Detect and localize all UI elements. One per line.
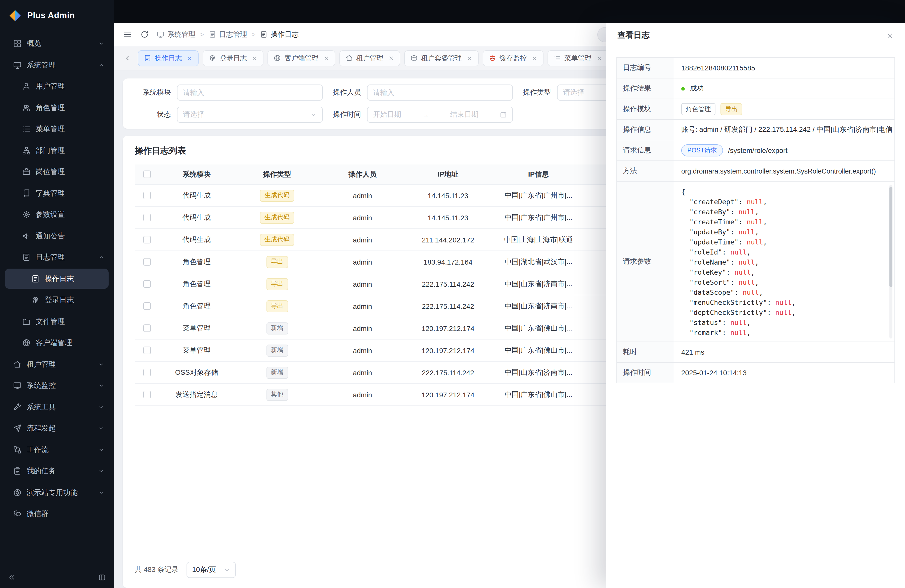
tab[interactable]: 客户端管理 <box>267 50 335 66</box>
sidebar-item[interactable]: 用户管理 <box>5 76 109 96</box>
tab-close-icon[interactable] <box>388 55 394 61</box>
log-icon <box>22 253 31 262</box>
sidebar-item[interactable]: 字典管理 <box>5 183 109 203</box>
row-checkbox[interactable] <box>143 324 151 332</box>
refresh-button[interactable] <box>140 30 149 39</box>
row-checkbox-cell <box>135 346 159 354</box>
tab-close-icon[interactable] <box>466 55 472 61</box>
tab-close-icon[interactable] <box>596 55 602 61</box>
table-cell: OSS对象存储 <box>159 368 234 377</box>
row-checkbox[interactable] <box>143 391 151 398</box>
tab-label: 租户套餐管理 <box>421 54 462 63</box>
filter-input[interactable] <box>177 84 323 100</box>
breadcrumb-item[interactable]: 操作日志 <box>260 30 298 39</box>
sidebar-item[interactable]: 岗位管理 <box>5 162 109 182</box>
sidebar-item[interactable]: 概览 <box>5 33 109 54</box>
column-header: IP信息 <box>491 170 586 179</box>
sidebar-item[interactable]: 菜单管理 <box>5 119 109 139</box>
sidebar-item[interactable]: 流程发起 <box>5 418 109 439</box>
breadcrumb-label: 系统管理 <box>167 30 195 39</box>
sidebar-item[interactable]: 系统管理 <box>5 55 109 75</box>
chevron-down-icon <box>98 40 105 47</box>
breadcrumb-separator: > <box>200 31 204 38</box>
sidebar-item[interactable]: 部门管理 <box>5 140 109 161</box>
filter-select[interactable]: 请选择 <box>177 106 323 123</box>
breadcrumb-item[interactable]: 日志管理 <box>208 30 247 39</box>
filter-input-field[interactable] <box>373 89 507 97</box>
sidebar-item[interactable]: 租户管理 <box>5 354 109 374</box>
sidebar-pin-layout-icon[interactable] <box>98 573 106 581</box>
row-checkbox[interactable] <box>143 258 151 265</box>
select-all-checkbox[interactable] <box>143 170 151 178</box>
tab[interactable]: 菜单管理 <box>547 50 608 66</box>
tabs-scroll-left-button[interactable] <box>121 52 134 65</box>
operation-type-tag: 其他 <box>266 389 288 400</box>
tab-close-icon[interactable] <box>531 55 537 61</box>
detail-label: 请求参数 <box>617 181 674 342</box>
sidebar-item[interactable]: 演示站专用功能 <box>5 482 109 502</box>
table-cell: 中国|广东省|广州市|... <box>491 213 586 222</box>
page-size-select[interactable]: 10条/页 <box>187 562 236 578</box>
row-checkbox[interactable] <box>143 280 151 288</box>
detail-row: 耗时421 ms <box>617 342 894 363</box>
sidebar-item[interactable]: 工作流 <box>5 440 109 460</box>
sidebar-item[interactable]: 文件管理 <box>5 311 109 332</box>
sidebar-item-label: 字典管理 <box>36 188 65 198</box>
tab[interactable]: 租户套餐管理 <box>404 50 478 66</box>
filter-input-field[interactable] <box>183 89 317 97</box>
sidebar-item[interactable]: 登录日志 <box>5 290 109 310</box>
chevron-down-icon <box>98 447 105 453</box>
table-cell: admin <box>320 391 405 399</box>
row-checkbox[interactable] <box>143 192 151 199</box>
table-cell: 中国|山东省|济南市|... <box>491 368 586 377</box>
code-scrollbar-thumb[interactable] <box>889 187 892 287</box>
tab[interactable]: 登录日志 <box>203 50 264 66</box>
sidebar-item[interactable]: 日志管理 <box>5 247 109 267</box>
tab-close-icon[interactable] <box>251 55 257 61</box>
row-checkbox-cell <box>135 302 159 310</box>
sidebar-item[interactable]: 参数设置 <box>5 205 109 224</box>
sidebar-item[interactable]: 系统工具 <box>5 397 109 417</box>
sidebar-item[interactable]: 通知公告 <box>5 226 109 246</box>
detail-row: 日志编号1882612840802115585 <box>617 58 894 78</box>
sidebar-collapse-icon[interactable] <box>8 573 16 581</box>
sidebar-item[interactable]: 客户端管理 <box>5 333 109 353</box>
operation-type-tag: 新增 <box>266 366 288 378</box>
system-icon <box>157 31 164 38</box>
chevron-down-icon <box>98 468 105 474</box>
detail-label: 操作结果 <box>617 78 674 99</box>
tab-label: 客户端管理 <box>284 54 319 63</box>
breadcrumb-item[interactable]: 系统管理 <box>157 30 195 39</box>
demo-icon <box>13 488 22 497</box>
filter-field: 状态请选择 <box>135 106 325 123</box>
row-checkbox[interactable] <box>143 214 151 221</box>
table-cell: 代码生成 <box>159 213 234 222</box>
sidebar-item[interactable]: 系统监控 <box>5 375 109 396</box>
detail-value: POST请求/system/role/export <box>674 140 894 161</box>
tab[interactable]: 缓存监控 <box>483 50 543 66</box>
operation-type-tag: 生成代码 <box>260 211 294 224</box>
drawer-close-icon[interactable] <box>886 32 894 40</box>
date-range-picker[interactable]: 开始日期→结束日期 <box>367 106 513 123</box>
tab[interactable]: 租户管理 <box>339 50 400 66</box>
tab-close-icon[interactable] <box>323 55 329 61</box>
sidebar-item-label: 我的任务 <box>27 466 56 476</box>
table-cell: admin <box>320 369 405 377</box>
tools-icon <box>13 403 22 411</box>
tab[interactable]: 操作日志 <box>138 50 198 66</box>
filter-input[interactable] <box>367 84 513 100</box>
table-cell: 120.197.212.174 <box>405 391 491 399</box>
table-cell: admin <box>320 258 405 266</box>
tab-close-icon[interactable] <box>187 55 192 61</box>
row-checkbox[interactable] <box>143 346 151 354</box>
sidebar-item[interactable]: 我的任务 <box>5 461 109 481</box>
row-checkbox[interactable] <box>143 369 151 376</box>
row-checkbox[interactable] <box>143 302 151 310</box>
row-checkbox[interactable] <box>143 236 151 243</box>
sidebar-item[interactable]: 角色管理 <box>5 98 109 118</box>
sidebar-item[interactable]: 微信群 <box>5 504 109 524</box>
sidebar-item[interactable]: 操作日志 <box>5 269 109 289</box>
collapse-sidebar-button[interactable] <box>123 30 132 39</box>
table-cell: 角色管理 <box>159 257 234 266</box>
operation-log-icon <box>144 54 151 62</box>
